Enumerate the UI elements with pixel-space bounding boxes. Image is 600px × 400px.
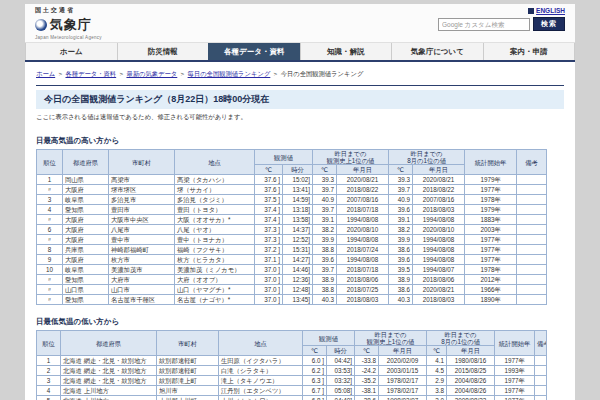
col-temp-unit: ℃ xyxy=(427,346,447,356)
nav-item-data-materials[interactable]: 各種データ・資料 xyxy=(208,43,300,60)
table-cell: 大阪府 xyxy=(63,235,109,245)
table-cell: 2018/08/03 xyxy=(413,205,465,215)
table-cell: 1 xyxy=(37,175,63,185)
table-cell: 38.9 xyxy=(313,275,337,285)
breadcrumb-link-latest-data[interactable]: 最新の気象データ xyxy=(126,70,177,77)
table-cell: 山口（ヤマグチ）* xyxy=(175,285,255,295)
table-cell: 〃 xyxy=(37,295,63,305)
table-cell: 山口市 xyxy=(109,285,175,295)
table-cell: 豊田（トヨタ） xyxy=(175,205,255,215)
search-button[interactable]: 検索 xyxy=(533,17,565,31)
table-cell: 37.0 ] xyxy=(255,265,283,275)
table-cell: 岡山県 xyxy=(63,175,109,185)
table-row: 2北海道 網走・北見・紋別地方紋別郡遠軽町白滝（シラタキ）6.2 ]03:53]… xyxy=(37,366,547,376)
table-cell: 1994/08/07 xyxy=(413,265,465,275)
col-city: 市町村 xyxy=(157,331,219,356)
table-cell xyxy=(517,285,547,295)
table-cell: 紋別郡遠軽町 xyxy=(157,366,219,376)
table-cell: 1979年 xyxy=(465,175,517,185)
table-cell xyxy=(535,396,547,400)
table-cell: -28.6 xyxy=(355,396,379,400)
english-link[interactable]: ENGLISH xyxy=(536,7,565,14)
breadcrumb-separator: ＞ xyxy=(57,70,63,77)
table-cell: 13:41] xyxy=(283,185,313,195)
table-cell: 2003年 xyxy=(465,225,517,235)
table-cell: 滝上（タキノウエ） xyxy=(219,376,303,386)
table-cell: 〃 xyxy=(37,215,63,225)
table-cell: 2020/08/21 xyxy=(337,175,389,185)
table-cell: 4.5 xyxy=(427,366,447,376)
table-cell: 1977年 xyxy=(465,235,517,245)
table-cell: 2020/08/21 xyxy=(413,285,465,295)
table-cell: 39.9 xyxy=(313,235,337,245)
col-observed: 観測値 xyxy=(303,331,355,346)
table-cell: 堺（サカイ） xyxy=(175,185,255,195)
table-cell: 大阪府 xyxy=(63,255,109,265)
table-cell: 枚方（ヒラカタ） xyxy=(175,255,255,265)
table-cell: 愛知県 xyxy=(63,295,109,305)
table-cell xyxy=(517,275,547,285)
table-cell: 39.1 xyxy=(313,215,337,225)
search-input[interactable] xyxy=(438,18,530,31)
table-cell: 13:18] xyxy=(283,205,313,215)
table-cell: 37.0 ] xyxy=(255,275,283,285)
table-cell: 枚方市 xyxy=(109,255,175,265)
table-cell: 紋別郡遠軽町 xyxy=(157,356,219,366)
table-row: 〃大阪府大阪市中央区大阪（オオサカ）*37.4 ]13:58]39.11994/… xyxy=(37,215,547,225)
breadcrumb-separator: ＞ xyxy=(179,70,185,77)
table-cell: 1994/08/08 xyxy=(337,235,389,245)
table-cell: 9 xyxy=(37,255,63,265)
nav-item-guide-application[interactable]: 案内・申請 xyxy=(483,43,576,60)
breadcrumb-link-home[interactable]: ホーム xyxy=(36,70,55,77)
table-cell: 2.9 xyxy=(427,376,447,386)
table-cell: 15:31] xyxy=(283,245,313,255)
table-cell: 1978年 xyxy=(465,195,517,205)
breadcrumb-separator: ＞ xyxy=(272,70,278,77)
table-cell: 〃 xyxy=(37,185,63,195)
table-cell: 2018/08/03 xyxy=(413,295,465,305)
max-temp-table: 順位 都道府県 市町村 地点 観測値 昨日までの観測史上1位の値 昨日までの8月… xyxy=(36,149,547,305)
table-cell: 39.7 xyxy=(313,265,337,275)
col-time: 時分 xyxy=(283,165,313,175)
english-icon xyxy=(528,8,534,14)
agency-name: 気象庁 xyxy=(50,16,92,34)
table-cell: 37.6 ] xyxy=(255,185,283,195)
breadcrumb-link-data[interactable]: 各種データ・資料 xyxy=(65,70,116,77)
table-cell: 2012年 xyxy=(465,275,517,285)
table-cell: 38.2 xyxy=(313,225,337,235)
table-cell: 大阪府 xyxy=(63,215,109,225)
table-cell: 39.7 xyxy=(389,185,413,195)
table-cell: 1977年 xyxy=(495,356,535,366)
table-cell: 福崎（フクサキ） xyxy=(175,245,255,255)
table-cell: 37.1 ] xyxy=(255,255,283,265)
table-cell: 8 xyxy=(37,245,63,255)
table-cell: 1994/08/08 xyxy=(413,235,465,245)
table-cell xyxy=(517,295,547,305)
table-cell: 堺市堺区 xyxy=(109,185,175,195)
table-cell: 3 xyxy=(37,195,63,205)
nav-item-knowledge[interactable]: 知識・解説 xyxy=(300,43,392,60)
table-cell: 山口県 xyxy=(63,285,109,295)
table-cell xyxy=(517,225,547,235)
table-cell: 37.0 ] xyxy=(255,295,283,305)
table-cell: 大阪市中央区 xyxy=(109,215,175,225)
table-cell: 大阪（オオサカ）* xyxy=(175,215,255,225)
nav-item-about-jma[interactable]: 気象庁について xyxy=(391,43,483,60)
table-cell: 37.3 ] xyxy=(255,235,283,245)
table-cell: 2018/08/06 xyxy=(413,275,465,285)
col-remarks: 備考 xyxy=(535,331,547,356)
table-row: 〃大阪府堺市堺区堺（サカイ）37.6 ]13:41]39.72018/08/22… xyxy=(37,185,547,195)
table-cell xyxy=(535,386,547,396)
page-title: 今日の全国観測値ランキング（8月22日）18時00分現在 xyxy=(36,90,564,109)
agency-name-en: Japan Meteorological Agency xyxy=(35,35,102,40)
nav-item-home[interactable]: ホーム xyxy=(25,43,117,60)
table-cell: 大府市 xyxy=(109,275,175,285)
table-cell: 40.9 xyxy=(313,195,337,205)
table-cell: 2018/07/18 xyxy=(337,265,389,275)
table-cell: -35.2 xyxy=(355,376,379,386)
breadcrumb-link-daily-ranking[interactable]: 毎日の全国観測値ランキング xyxy=(188,70,271,77)
table-row: 6大阪府八尾市八尾（ヤオ）37.3 ]14:37]38.22020/08/103… xyxy=(37,225,547,235)
table-cell: 上川郡上川町 xyxy=(157,396,219,400)
nav-item-disaster-info[interactable]: 防災情報 xyxy=(117,43,209,60)
agency-logo[interactable]: 国土交通省 気象庁 Japan Meteorological Agency xyxy=(35,6,102,40)
